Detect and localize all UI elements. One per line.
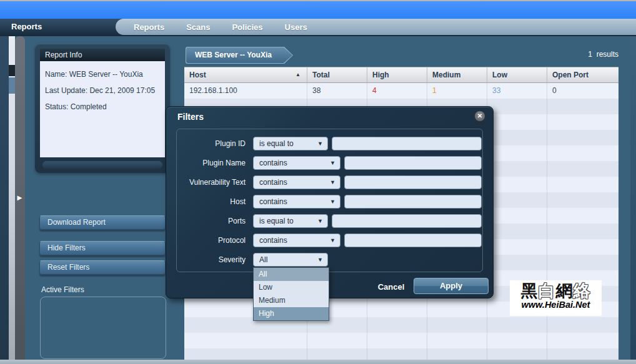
empty-cell (547, 239, 619, 255)
operator-select-ports[interactable]: is equal to▼ (253, 214, 328, 228)
watermark-char: 黑 (521, 282, 539, 300)
cell-total: 38 (307, 83, 367, 99)
bottom-frame-edge (0, 360, 636, 364)
column-header-open-port[interactable]: Open Port (547, 67, 619, 82)
empty-cell (487, 177, 547, 192)
empty-table-row (184, 317, 619, 333)
download-report-button[interactable]: Download Report (39, 215, 166, 230)
empty-cell (547, 145, 619, 161)
empty-cell (487, 255, 547, 270)
empty-cell (487, 224, 547, 239)
filter-row-plugin-name: Plugin Namecontains▼ (177, 153, 482, 172)
empty-cell (487, 161, 547, 177)
empty-cell (427, 317, 487, 333)
main-navbar: Reports ReportsScansPoliciesUsers (0, 19, 636, 36)
filter-input-plugin-id[interactable] (332, 137, 482, 150)
empty-cell (487, 333, 547, 348)
column-header-total[interactable]: Total (307, 67, 367, 82)
report-panel-footer-bar (42, 161, 162, 169)
results-count: 1 results (531, 50, 619, 59)
operator-value: contains (259, 236, 287, 245)
collapsed-panel-row-fragment (9, 77, 15, 94)
reset-filters-button[interactable]: Reset Filters (39, 260, 166, 275)
operator-select-protocol[interactable]: contains▼ (253, 234, 340, 247)
empty-cell (547, 192, 619, 208)
filters-fieldset: Plugin IDis equal to▼Plugin Namecontains… (176, 129, 483, 272)
watermark-char: 網 (556, 282, 574, 300)
table-row[interactable]: 192.168.1.1003841330 (184, 83, 619, 99)
severity-option-high[interactable]: High (254, 307, 329, 320)
empty-cell (487, 348, 547, 360)
chevron-down-icon: ▼ (330, 199, 335, 205)
column-header-low[interactable]: Low (487, 67, 547, 82)
watermark-logo: 黑白網絡 (510, 281, 602, 302)
operator-value: contains (259, 178, 287, 187)
operator-select-host[interactable]: contains▼ (253, 195, 340, 209)
empty-cell (547, 208, 619, 224)
empty-cell (367, 333, 427, 348)
column-header-high[interactable]: High (367, 67, 427, 82)
filters-dialog: Filters ✕ Plugin IDis equal to▼Plugin Na… (166, 106, 494, 298)
cancel-button[interactable]: Cancel (369, 280, 413, 295)
empty-cell (184, 333, 307, 348)
current-section-label: Reports (11, 19, 42, 35)
left-frame-edge (0, 36, 9, 360)
tab-policies[interactable]: Policies (232, 22, 262, 32)
filter-label-host: Host (177, 197, 246, 206)
filter-input-protocol[interactable] (344, 234, 482, 247)
filter-input-host[interactable] (344, 195, 482, 209)
operator-value: contains (259, 197, 287, 206)
empty-cell (547, 224, 619, 239)
report-info-body: Name: WEB Server -- YouXiaLast Update: D… (40, 61, 165, 157)
cell-high: 4 (367, 83, 427, 99)
hide-filters-button[interactable]: Hide Filters (39, 241, 166, 255)
severity-option-all[interactable]: All (254, 268, 329, 281)
operator-value: contains (259, 159, 287, 167)
empty-cell (487, 114, 547, 130)
column-header-medium[interactable]: Medium (427, 67, 487, 82)
filter-input-ports[interactable] (332, 214, 482, 228)
collapsed-panel-header-fragment (9, 65, 15, 76)
tab-users[interactable]: Users (285, 22, 307, 32)
empty-cell (307, 333, 367, 348)
empty-cell (367, 317, 427, 333)
watermark-char: 絡 (574, 282, 591, 300)
operator-select-plugin-id[interactable]: is equal to▼ (253, 137, 328, 150)
empty-cell (427, 348, 487, 360)
empty-cell (547, 317, 619, 333)
dialog-title: Filters (177, 112, 204, 122)
empty-table-row (184, 333, 619, 348)
severity-option-medium[interactable]: Medium (254, 294, 329, 307)
filter-input-plugin-name[interactable] (344, 156, 482, 170)
report-info-title: Report Info (40, 49, 165, 61)
empty-table-row (184, 348, 619, 360)
filter-row-vulnerability-text: Vulnerability Textcontains▼ (177, 172, 482, 192)
app-window: VIP.anqn.com 安全中国 VIP 会员培训 Reports Repor… (0, 0, 636, 364)
breadcrumb[interactable]: WEB Server -- YouXia (186, 47, 293, 64)
chevron-down-icon: ▼ (317, 257, 323, 263)
empty-cell (487, 130, 547, 145)
filter-row-ports: Portsis equal to▼ (177, 211, 482, 230)
apply-button[interactable]: Apply (414, 278, 489, 294)
filter-row-plugin-id: Plugin IDis equal to▼ (177, 134, 482, 153)
empty-cell (547, 161, 619, 177)
column-header-host[interactable]: Host▲ (184, 67, 307, 82)
operator-select-vulnerability-text[interactable]: contains▼ (253, 175, 340, 189)
operator-select-plugin-name[interactable]: contains▼ (253, 156, 340, 170)
cell-host: 192.168.1.100 (184, 83, 307, 99)
empty-cell (487, 145, 547, 161)
empty-cell (427, 302, 487, 317)
expand-panel-icon[interactable]: ► (16, 193, 24, 202)
tab-scans[interactable]: Scans (186, 22, 210, 32)
close-icon[interactable]: ✕ (474, 111, 485, 122)
report-info-panel: Report Info Name: WEB Server -- YouXiaLa… (35, 44, 170, 173)
breadcrumb-label: WEB Server -- YouXia (186, 47, 292, 63)
operator-select-severity[interactable]: All▼ (253, 253, 328, 267)
tab-reports[interactable]: Reports (134, 22, 164, 32)
filter-input-vulnerability-text[interactable] (344, 175, 482, 189)
empty-cell (487, 208, 547, 224)
nav-tabs: ReportsScansPoliciesUsers (116, 19, 636, 35)
report-info-line: Name: WEB Server -- YouXia (45, 66, 160, 82)
severity-option-low[interactable]: Low (254, 281, 329, 294)
severity-dropdown-list: AllLowMediumHigh (253, 267, 329, 321)
